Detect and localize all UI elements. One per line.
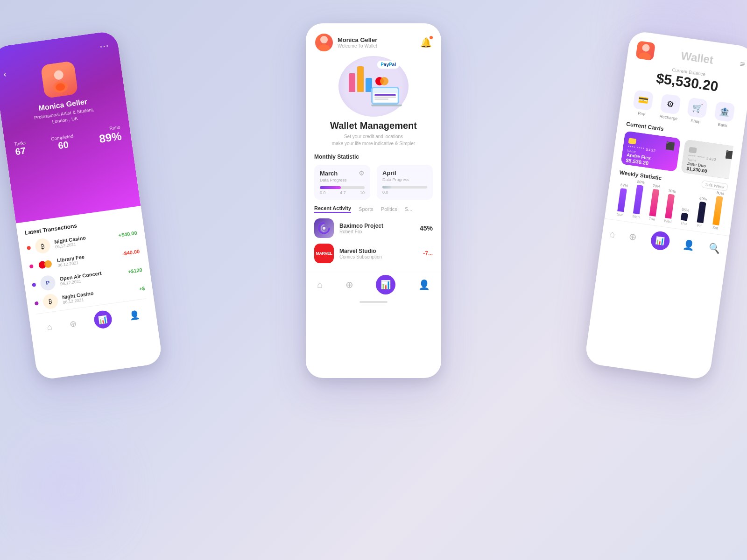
list-item: MARVEL Marvel Studio Comics Subscription… (314, 244, 433, 263)
center-phone: Monica Geller Welcome To Wallet 🔔 PayPal (306, 23, 441, 378)
transactions-section: Latest Transections ₿ Night Casino 06.12… (16, 206, 163, 380)
left-phone-header: ⋯ ‹ Monica Geller Professional Artist & … (0, 30, 141, 224)
monthly-section: Monthly Statistic March ⚙ Data Progress … (306, 147, 441, 200)
globe-nav-icon[interactable]: ⊕ (628, 231, 638, 243)
user-nav-icon[interactable]: 👤 (683, 238, 696, 251)
svg-point-4 (318, 44, 330, 51)
action-shop[interactable]: 🛒 Shop (686, 98, 708, 125)
center-user-name: Monica Geller (338, 36, 377, 43)
tx-icon (37, 256, 54, 273)
center-bottom-nav: ⌂ ⊕ 📊 👤 (306, 269, 441, 299)
tab-politics[interactable]: Politics (381, 206, 397, 212)
tx-icon: ₿ (42, 293, 59, 310)
center-header: Monica Geller Welcome To Wallet 🔔 (306, 23, 441, 56)
settings-icon[interactable]: ⚙ (359, 169, 365, 177)
user-nav-icon[interactable]: 👤 (418, 279, 430, 290)
monthly-label: Monthly Statistic (314, 154, 433, 160)
options-icon[interactable]: ⋯ (99, 40, 110, 52)
activity-amount: -7... (423, 250, 433, 257)
chart-nav-icon[interactable]: 📊 (649, 230, 670, 251)
left-phone: ⋯ ‹ Monica Geller Professional Artist & … (0, 30, 163, 381)
bar-sat: 80% Sat (708, 190, 727, 231)
transaction-list: ₿ Night Casino 06.12.2021 +$40.00 Libra (26, 225, 146, 311)
tab-sports[interactable]: Sports (359, 206, 374, 212)
bar-thu: 05% Thu (677, 207, 692, 227)
bar-tue: 78% Tue (645, 183, 663, 222)
home-nav-icon[interactable]: ⌂ (609, 228, 616, 239)
svg-point-7 (638, 52, 651, 61)
credit-card-gray[interactable]: ⬛ **** **** 5432 Name Jane Duo $1,230.00 (681, 139, 733, 179)
user-nav-icon[interactable]: 👤 (128, 309, 140, 321)
months-row: March ⚙ Data Progress 0.04.710 April Dat… (314, 165, 433, 200)
globe-nav-icon[interactable]: ⊕ (345, 279, 353, 290)
bar-fri: 60% Fri (692, 196, 710, 229)
weekly-filter[interactable]: This Week (701, 180, 728, 191)
bg-blob-2 (23, 443, 117, 537)
bar-mon: 80% Mon (629, 179, 648, 220)
svg-point-3 (320, 36, 328, 43)
list-item: Baximco Project Robert Fox 45% (314, 218, 433, 238)
wallet-subtitle: Set your credit and locations make your … (306, 133, 441, 147)
recent-section: Recent Activity Sports Politics S... Bax… (306, 200, 441, 263)
action-pay[interactable]: 💳 Pay (632, 90, 654, 117)
tx-icon: P (39, 274, 56, 291)
action-bank[interactable]: 🏦 Bank (713, 101, 735, 129)
home-nav-icon[interactable]: ⌂ (317, 280, 323, 290)
tasks-value: 67 (14, 145, 28, 157)
back-icon[interactable]: ‹ (3, 69, 7, 79)
month-card-march: March ⚙ Data Progress 0.04.710 (314, 165, 370, 200)
bar-sun: 67% Sun (613, 182, 631, 217)
timeline-dot (35, 301, 39, 306)
globe-nav-icon[interactable]: ⊕ (69, 318, 78, 329)
right-avatar (635, 41, 655, 61)
center-avatar (315, 34, 333, 51)
center-user-subtitle: Welcome To Wallet (338, 43, 377, 49)
tab-more[interactable]: S... (405, 206, 413, 212)
svg-point-6 (641, 44, 650, 52)
action-recharge[interactable]: ⚙ Recharge (659, 93, 681, 121)
timeline-dot (32, 283, 36, 287)
month-card-april: April Data Progress 0.0 (377, 165, 433, 200)
timeline-dot (27, 246, 31, 250)
svg-point-0 (53, 70, 64, 80)
bar-wed: 70% Wed (661, 188, 679, 224)
tab-recent-activity[interactable]: Recent Activity (314, 205, 351, 213)
home-nav-icon[interactable]: ⌂ (46, 322, 53, 332)
avatar (40, 61, 78, 98)
chart-nav-icon[interactable]: 📊 (376, 275, 395, 294)
marvel-icon: MARVEL (314, 244, 334, 263)
wallet-illustration: PayPal (338, 56, 409, 117)
scroll-indicator (359, 301, 388, 303)
recent-tabs: Recent Activity Sports Politics S... (314, 205, 433, 213)
search-nav-icon[interactable]: 🔍 (708, 242, 721, 255)
wallet-title: Wallet Management (306, 120, 441, 131)
timeline-dot (29, 264, 34, 268)
bell-icon[interactable]: 🔔 (420, 37, 432, 48)
activity-amount: 45% (420, 224, 433, 232)
hamburger-icon[interactable]: ≡ (740, 59, 746, 70)
baximco-icon (314, 218, 334, 238)
wallet-label: Wallet (680, 49, 714, 66)
tx-icon: ₿ (34, 238, 51, 254)
right-phone: Wallet ≡ Current Balance $5,530.20 💳 Pay… (584, 30, 747, 381)
svg-point-5 (323, 227, 325, 230)
chart-nav-icon[interactable]: 📊 (93, 309, 113, 329)
